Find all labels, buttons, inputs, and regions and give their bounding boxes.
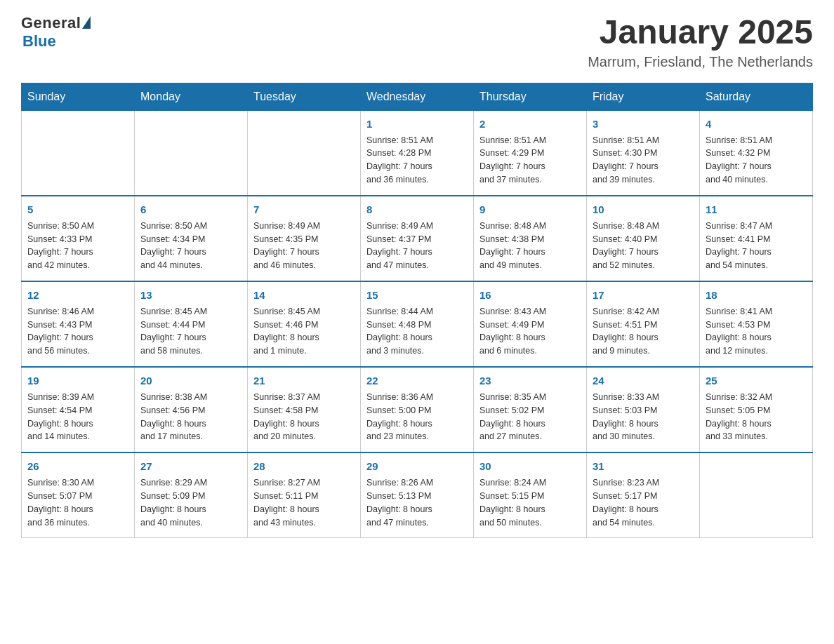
- day-info: Sunrise: 8:48 AMSunset: 4:40 PMDaylight:…: [593, 221, 659, 271]
- column-header-wednesday: Wednesday: [361, 83, 474, 110]
- calendar-cell: 2Sunrise: 8:51 AMSunset: 4:29 PMDaylight…: [474, 110, 587, 196]
- month-year-title: January 2025: [588, 14, 813, 51]
- day-number: 31: [593, 459, 694, 474]
- calendar-cell: 27Sunrise: 8:29 AMSunset: 5:09 PMDayligh…: [135, 452, 248, 538]
- day-number: 13: [140, 288, 241, 303]
- day-info: Sunrise: 8:51 AMSunset: 4:28 PMDaylight:…: [366, 135, 433, 185]
- calendar-cell: 21Sunrise: 8:37 AMSunset: 4:58 PMDayligh…: [248, 367, 361, 452]
- day-info: Sunrise: 8:47 AMSunset: 4:41 PMDaylight:…: [706, 221, 772, 271]
- calendar-cell: 7Sunrise: 8:49 AMSunset: 4:35 PMDaylight…: [248, 196, 361, 281]
- day-info: Sunrise: 8:30 AMSunset: 5:07 PMDaylight:…: [27, 478, 94, 528]
- day-number: 14: [253, 288, 355, 303]
- day-number: 7: [253, 202, 355, 217]
- calendar-cell: [135, 110, 248, 196]
- calendar-cell: 19Sunrise: 8:39 AMSunset: 4:54 PMDayligh…: [22, 367, 135, 452]
- day-info: Sunrise: 8:41 AMSunset: 4:53 PMDaylight:…: [706, 307, 772, 356]
- day-number: 25: [706, 373, 807, 389]
- day-number: 26: [27, 459, 128, 474]
- calendar-cell: 26Sunrise: 8:30 AMSunset: 5:07 PMDayligh…: [22, 452, 135, 538]
- day-info: Sunrise: 8:39 AMSunset: 4:54 PMDaylight:…: [27, 392, 94, 442]
- day-info: Sunrise: 8:45 AMSunset: 4:44 PMDaylight:…: [140, 307, 207, 356]
- calendar-cell: 8Sunrise: 8:49 AMSunset: 4:37 PMDaylight…: [361, 196, 474, 281]
- day-number: 15: [366, 288, 468, 303]
- day-info: Sunrise: 8:23 AMSunset: 5:17 PMDaylight:…: [593, 478, 659, 528]
- day-info: Sunrise: 8:50 AMSunset: 4:34 PMDaylight:…: [140, 221, 207, 271]
- calendar-header-row: SundayMondayTuesdayWednesdayThursdayFrid…: [22, 83, 813, 110]
- calendar-cell: 16Sunrise: 8:43 AMSunset: 4:49 PMDayligh…: [474, 281, 587, 367]
- calendar-cell: 1Sunrise: 8:51 AMSunset: 4:28 PMDaylight…: [361, 110, 474, 196]
- day-info: Sunrise: 8:27 AMSunset: 5:11 PMDaylight:…: [253, 478, 320, 528]
- day-info: Sunrise: 8:44 AMSunset: 4:48 PMDaylight:…: [366, 307, 433, 356]
- day-number: 2: [479, 116, 581, 132]
- day-number: 16: [479, 288, 581, 303]
- calendar-cell: 30Sunrise: 8:24 AMSunset: 5:15 PMDayligh…: [474, 452, 587, 538]
- day-number: 17: [593, 288, 694, 303]
- calendar-cell: 20Sunrise: 8:38 AMSunset: 4:56 PMDayligh…: [135, 367, 248, 452]
- column-header-friday: Friday: [587, 83, 700, 110]
- day-number: 3: [593, 116, 694, 132]
- calendar-week-row: 1Sunrise: 8:51 AMSunset: 4:28 PMDaylight…: [22, 110, 813, 196]
- page-header: General Blue January 2025 Marrum, Friesl…: [21, 14, 813, 70]
- column-header-tuesday: Tuesday: [248, 83, 361, 110]
- day-number: 29: [366, 459, 468, 474]
- calendar-cell: 23Sunrise: 8:35 AMSunset: 5:02 PMDayligh…: [474, 367, 587, 452]
- day-info: Sunrise: 8:42 AMSunset: 4:51 PMDaylight:…: [593, 307, 659, 356]
- column-header-monday: Monday: [135, 83, 248, 110]
- calendar-week-row: 12Sunrise: 8:46 AMSunset: 4:43 PMDayligh…: [22, 281, 813, 367]
- day-number: 22: [366, 373, 468, 389]
- day-number: 23: [479, 373, 581, 389]
- calendar-table: SundayMondayTuesdayWednesdayThursdayFrid…: [21, 83, 813, 539]
- calendar-cell: [700, 452, 813, 538]
- day-number: 21: [253, 373, 355, 389]
- day-number: 19: [27, 373, 128, 389]
- calendar-cell: 13Sunrise: 8:45 AMSunset: 4:44 PMDayligh…: [135, 281, 248, 367]
- column-header-sunday: Sunday: [22, 83, 135, 110]
- day-number: 4: [706, 116, 807, 132]
- day-info: Sunrise: 8:38 AMSunset: 4:56 PMDaylight:…: [140, 392, 207, 442]
- logo-general-text: General: [21, 14, 81, 32]
- day-number: 20: [140, 373, 241, 389]
- calendar-cell: 15Sunrise: 8:44 AMSunset: 4:48 PMDayligh…: [361, 281, 474, 367]
- day-info: Sunrise: 8:46 AMSunset: 4:43 PMDaylight:…: [27, 307, 94, 356]
- calendar-cell: 11Sunrise: 8:47 AMSunset: 4:41 PMDayligh…: [700, 196, 813, 281]
- day-info: Sunrise: 8:24 AMSunset: 5:15 PMDaylight:…: [479, 478, 546, 528]
- day-info: Sunrise: 8:35 AMSunset: 5:02 PMDaylight:…: [479, 392, 546, 442]
- calendar-week-row: 5Sunrise: 8:50 AMSunset: 4:33 PMDaylight…: [22, 196, 813, 281]
- day-number: 10: [593, 202, 694, 217]
- calendar-cell: 9Sunrise: 8:48 AMSunset: 4:38 PMDaylight…: [474, 196, 587, 281]
- calendar-cell: 24Sunrise: 8:33 AMSunset: 5:03 PMDayligh…: [587, 367, 700, 452]
- day-info: Sunrise: 8:49 AMSunset: 4:35 PMDaylight:…: [253, 221, 320, 271]
- calendar-cell: 3Sunrise: 8:51 AMSunset: 4:30 PMDaylight…: [587, 110, 700, 196]
- day-number: 28: [253, 459, 355, 474]
- day-info: Sunrise: 8:51 AMSunset: 4:32 PMDaylight:…: [706, 135, 772, 185]
- day-info: Sunrise: 8:48 AMSunset: 4:38 PMDaylight:…: [479, 221, 546, 271]
- calendar-cell: 14Sunrise: 8:45 AMSunset: 4:46 PMDayligh…: [248, 281, 361, 367]
- day-info: Sunrise: 8:51 AMSunset: 4:30 PMDaylight:…: [593, 135, 659, 185]
- day-info: Sunrise: 8:32 AMSunset: 5:05 PMDaylight:…: [706, 392, 772, 442]
- calendar-cell: 10Sunrise: 8:48 AMSunset: 4:40 PMDayligh…: [587, 196, 700, 281]
- location-subtitle: Marrum, Friesland, The Netherlands: [588, 54, 813, 70]
- logo: General Blue: [21, 14, 91, 51]
- calendar-cell: 12Sunrise: 8:46 AMSunset: 4:43 PMDayligh…: [22, 281, 135, 367]
- calendar-cell: [248, 110, 361, 196]
- title-section: January 2025 Marrum, Friesland, The Neth…: [588, 14, 813, 70]
- day-number: 11: [706, 202, 807, 217]
- day-number: 8: [366, 202, 468, 217]
- calendar-cell: 22Sunrise: 8:36 AMSunset: 5:00 PMDayligh…: [361, 367, 474, 452]
- day-number: 9: [479, 202, 581, 217]
- day-number: 6: [140, 202, 241, 217]
- column-header-thursday: Thursday: [474, 83, 587, 110]
- day-info: Sunrise: 8:45 AMSunset: 4:46 PMDaylight:…: [253, 307, 320, 356]
- logo-triangle-icon: [82, 16, 91, 29]
- day-info: Sunrise: 8:33 AMSunset: 5:03 PMDaylight:…: [593, 392, 659, 442]
- calendar-cell: 29Sunrise: 8:26 AMSunset: 5:13 PMDayligh…: [361, 452, 474, 538]
- day-info: Sunrise: 8:50 AMSunset: 4:33 PMDaylight:…: [27, 221, 94, 271]
- calendar-cell: 31Sunrise: 8:23 AMSunset: 5:17 PMDayligh…: [587, 452, 700, 538]
- calendar-cell: 18Sunrise: 8:41 AMSunset: 4:53 PMDayligh…: [700, 281, 813, 367]
- day-number: 24: [593, 373, 694, 389]
- calendar-cell: 25Sunrise: 8:32 AMSunset: 5:05 PMDayligh…: [700, 367, 813, 452]
- day-number: 27: [140, 459, 241, 474]
- calendar-cell: 28Sunrise: 8:27 AMSunset: 5:11 PMDayligh…: [248, 452, 361, 538]
- day-number: 12: [27, 288, 128, 303]
- day-info: Sunrise: 8:29 AMSunset: 5:09 PMDaylight:…: [140, 478, 207, 528]
